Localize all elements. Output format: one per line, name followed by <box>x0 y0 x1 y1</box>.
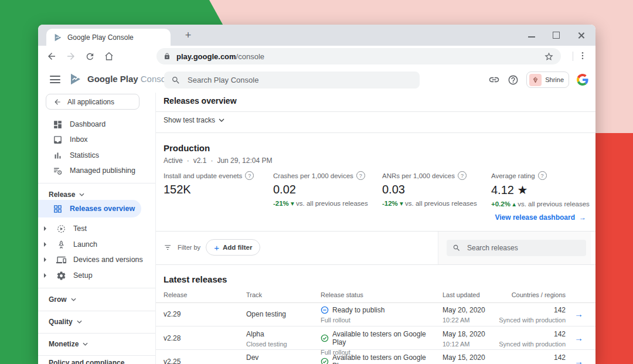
metric-crashes: Crashes per 1,000 devices? 0.02 -21% ▾ v… <box>273 171 381 207</box>
release-version: v2.29 <box>164 310 240 318</box>
triangle-up-icon: ▴ <box>512 200 516 207</box>
production-version: v2.1 <box>193 157 207 165</box>
separator-dot: · <box>210 157 213 165</box>
console-search[interactable] <box>164 72 420 89</box>
help-icon[interactable]: ? <box>538 171 547 180</box>
table-row[interactable]: v2.29 Open testing Ready to publish Full… <box>156 302 595 326</box>
sidebar-item-launch[interactable]: Launch <box>38 237 155 252</box>
home-icon[interactable] <box>104 51 114 62</box>
show-test-tracks-toggle[interactable]: Show test tracks <box>164 116 224 124</box>
sidebar-item-inbox[interactable]: Inbox <box>38 132 155 147</box>
countries-count: 142 <box>484 330 566 338</box>
column-header: Release <box>164 291 240 298</box>
sidebar-item-releases-overview[interactable]: Releases overview <box>38 200 141 217</box>
inbox-icon <box>53 135 63 145</box>
help-icon[interactable]: ? <box>245 171 254 180</box>
launch-icon <box>56 240 66 250</box>
expand-icon[interactable] <box>44 257 46 262</box>
countries-count: 142 <box>484 306 566 314</box>
account-switcher[interactable]: Shrine <box>526 72 569 88</box>
sidebar-section-grow[interactable]: Grow <box>49 295 76 304</box>
setup-gear-icon <box>56 271 66 281</box>
countries-sub: Synced with production <box>484 341 566 348</box>
account-name: Shrine <box>545 76 564 83</box>
arrow-right-icon: → <box>579 213 586 222</box>
play-console-favicon <box>53 33 63 42</box>
available-check-icon <box>321 358 329 364</box>
sidebar-section-policy[interactable]: Policy and compliance <box>49 359 124 364</box>
metric-delta: +0.2% <box>491 200 511 207</box>
browser-tab[interactable]: Google Play Console <box>46 29 171 46</box>
expand-icon[interactable] <box>44 273 46 278</box>
sidebar-section-quality[interactable]: Quality <box>49 318 82 326</box>
production-subtitle: Active · v2.1 · Jun 29, 12:04 PM <box>164 157 272 165</box>
chevron-down-icon <box>79 193 84 196</box>
window-maximize-button[interactable] <box>553 32 560 39</box>
help-icon[interactable]: ? <box>356 171 365 180</box>
all-applications-button[interactable]: All applications <box>46 94 139 110</box>
bookmark-star-icon[interactable] <box>544 52 554 62</box>
metric-delta: -12% <box>382 200 398 207</box>
window-close-button[interactable] <box>577 32 585 39</box>
managed-publishing-icon <box>53 166 63 176</box>
release-version: v2.25 <box>164 358 240 364</box>
console-search-input[interactable] <box>186 75 413 85</box>
table-header: Release Track Release status Last update… <box>156 290 595 303</box>
window-minimize-button[interactable] <box>528 36 535 38</box>
countries-sub: Synced with production <box>484 317 566 324</box>
sidebar-item-managed-publishing[interactable]: Managed publishing <box>38 163 155 178</box>
metric-value: 152K <box>164 183 271 196</box>
help-icon[interactable] <box>508 74 519 86</box>
search-releases-input[interactable] <box>466 243 580 253</box>
ready-to-publish-icon <box>321 306 329 314</box>
separator-dot: · <box>187 157 189 165</box>
open-release-arrow[interactable]: → <box>574 356 587 364</box>
sidebar-item-statistics[interactable]: Statistics <box>38 148 155 163</box>
app-body: All applications Dashboard Inbox Statist… <box>38 93 595 364</box>
add-filter-button[interactable]: + Add filter <box>206 239 260 256</box>
open-release-arrow[interactable]: → <box>574 309 587 319</box>
divider <box>156 132 595 133</box>
chevron-down-icon <box>219 118 224 122</box>
sidebar-divider <box>38 355 155 356</box>
url-host: play.google.com <box>176 52 236 61</box>
open-release-arrow[interactable]: → <box>574 333 587 343</box>
triangle-down-icon: ▾ <box>400 200 403 207</box>
release-rollout: Full rollout <box>321 317 441 324</box>
column-header: Countries / regions <box>484 291 566 298</box>
back-icon[interactable] <box>46 51 57 62</box>
sidebar-divider <box>38 183 155 183</box>
new-tab-button[interactable]: + <box>181 28 196 43</box>
back-arrow-icon <box>53 98 62 106</box>
table-search-panel <box>438 232 591 264</box>
sidebar-item-dashboard[interactable]: Dashboard <box>38 117 155 132</box>
table-row[interactable]: v2.28 Alpha Closed testing Available to … <box>156 326 595 350</box>
google-account-icon[interactable] <box>577 74 588 86</box>
help-icon[interactable]: ? <box>458 171 467 180</box>
table-row[interactable]: v2.25 Dev Closed testing Available to te… <box>156 349 595 364</box>
view-release-dashboard-link[interactable]: View release dashboard → <box>495 213 586 222</box>
sidebar-item-label: Inbox <box>70 135 88 144</box>
sidebar-item-setup[interactable]: Setup <box>38 268 155 283</box>
expand-icon[interactable] <box>44 226 46 231</box>
forward-icon[interactable] <box>66 51 76 62</box>
expand-icon[interactable] <box>44 242 46 247</box>
production-title: Production <box>164 143 210 153</box>
url-bar[interactable]: play.google.com /console <box>156 48 561 64</box>
sidebar-item-label: Managed publishing <box>70 166 135 175</box>
reload-icon[interactable] <box>85 52 95 62</box>
release-track-type: Closed testing <box>246 341 316 348</box>
sidebar-item-devices-and-versions[interactable]: Devices and versions <box>38 252 155 267</box>
statistics-icon <box>53 151 63 161</box>
browser-menu-icon[interactable] <box>578 51 587 60</box>
menu-icon[interactable] <box>50 76 60 83</box>
sidebar-item-label: Dashboard <box>70 120 106 128</box>
sidebar-section-release[interactable]: Release <box>49 190 84 199</box>
search-releases[interactable] <box>447 240 586 256</box>
sidebar-divider <box>38 311 155 311</box>
metric-delta: -21% <box>273 200 289 207</box>
link-icon[interactable] <box>488 74 500 86</box>
sidebar-item-test[interactable]: Test <box>38 221 155 236</box>
sidebar-section-monetize[interactable]: Monetize <box>49 340 88 348</box>
play-console-logo[interactable]: Google PlayConsole <box>69 72 173 86</box>
